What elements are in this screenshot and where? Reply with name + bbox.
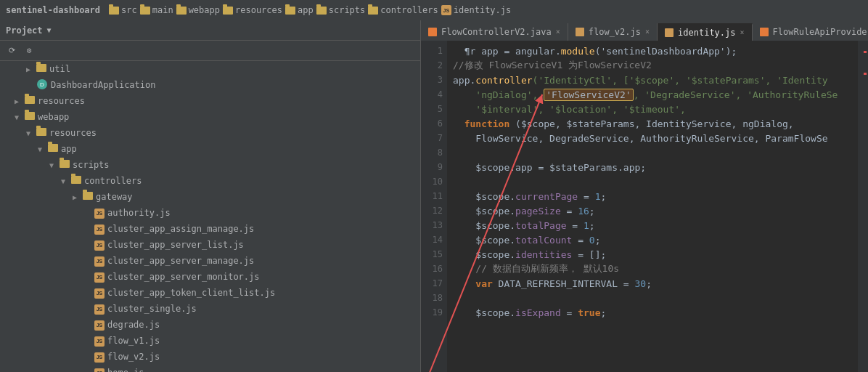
path-src-label: src (121, 5, 137, 15)
tree-label-gateway: gateway (96, 192, 420, 202)
toolbar-sync-button[interactable]: ⟳ (4, 44, 19, 58)
line-number-16: 16 (421, 262, 447, 276)
path-identity-js[interactable]: JS identity.js (441, 5, 511, 15)
tree-label-flow-v1: flow_v1.js (107, 336, 420, 346)
tree-item-cluster-server-manage[interactable]: JS cluster_app_server_manage.js (0, 253, 420, 269)
code-line-2: //修改 FlowServiceV1 为FlowServiceV2 (447, 58, 858, 73)
path-webapp[interactable]: webapp (176, 5, 220, 15)
tree-label-resources: resources (38, 96, 420, 106)
tree-label-webapp: webapp (38, 112, 420, 122)
tree-label-flow-v2: flow_v2.js (107, 352, 420, 362)
tree-item-util[interactable]: ▶ util (0, 61, 420, 77)
code-editor: 12345678910111213141516171819 ¶r app = a… (421, 41, 868, 372)
folder-icon-controllers (71, 176, 81, 184)
tree-label-home: home.js (107, 368, 420, 372)
tree-item-resources2[interactable]: ▼ resources (0, 125, 420, 141)
editor-scrollbar[interactable] (858, 41, 868, 372)
tree-label-cluster-assign: cluster_app_assign_manage.js (107, 224, 420, 234)
tree-item-app[interactable]: ▼ app (0, 141, 420, 157)
code-line-16: // 数据自动刷新频率， 默认10s (447, 262, 858, 276)
tab-flowruleapiprovider[interactable]: FlowRuleApiProvider.java × (753, 23, 868, 41)
path-scripts[interactable]: scripts (316, 5, 366, 15)
line-number-1: 1 (421, 44, 447, 58)
code-line-11: $scope.currentPage = 1; (447, 189, 858, 203)
js-icon-cluster-monitor: JS (94, 272, 105, 283)
tab-flow-v2[interactable]: flow_v2.js × (568, 23, 658, 41)
js-icon-authority: JS (94, 209, 105, 219)
code-line-18 (447, 291, 858, 305)
path-identity-js-label: identity.js (454, 5, 511, 15)
toolbar-settings-button[interactable]: ⚙ (22, 44, 36, 58)
path-src[interactable]: src (109, 5, 137, 15)
line-number-6: 6 (421, 116, 447, 131)
tree-item-scripts[interactable]: ▼ scripts (0, 157, 420, 173)
highlighted-text: 'FlowServiceV2' (544, 89, 633, 101)
folder-icon-webapp (25, 112, 35, 120)
line-number-12: 12 (421, 203, 447, 218)
tree-label-scripts: scripts (73, 160, 420, 170)
tree-item-cluster-token[interactable]: JS cluster_app_token_client_list.js (0, 285, 420, 301)
path-scripts-label: scripts (329, 5, 366, 15)
tree-label-cluster-server-monitor: cluster_app_server_monitor.js (107, 272, 420, 282)
tree-item-cluster-server-monitor[interactable]: JS cluster_app_server_monitor.js (0, 269, 420, 285)
tree-item-cluster-server-list[interactable]: JS cluster_app_server_list.js (0, 237, 420, 253)
code-line-19: $scope.isExpand = true; (447, 305, 858, 320)
path-app[interactable]: app (285, 5, 314, 15)
path-resources[interactable]: resources (223, 5, 282, 15)
folder-icon (176, 7, 187, 15)
folder-icon-app (48, 144, 58, 152)
code-line-9: $scope.app = $stateParams.app; (447, 160, 858, 174)
tab-flowcontrollerv2[interactable]: FlowControllerV2.java × (421, 23, 568, 41)
path-main[interactable]: main (140, 5, 173, 15)
tree-item-dashboard[interactable]: D DashboardApplication (0, 77, 420, 93)
java-icon (428, 28, 437, 36)
tree-item-flow-v2[interactable]: JS flow_v2.js (0, 349, 420, 365)
project-name: sentinel-dashboard (6, 5, 100, 15)
sidebar-arrow-icon: ▼ (47, 26, 52, 34)
line-number-3: 3 (421, 73, 447, 87)
js-icon-cluster-list: JS (94, 240, 105, 251)
code-line-6: function ($scope, $stateParams, Identity… (447, 116, 858, 131)
path-resources-label: resources (235, 5, 282, 15)
line-number-11: 11 (421, 189, 447, 203)
folder-icon (368, 7, 378, 15)
code-line-7: FlowService, DegradeService, AuthorityRu… (447, 131, 858, 145)
tree-label-dashboard: DashboardApplication (51, 80, 420, 90)
tab-close-flow-v2[interactable]: × (645, 28, 650, 36)
js-tab-icon (576, 28, 584, 36)
folder-icon-resources2 (36, 128, 46, 136)
code-line-1: ¶r app = angular.module('sentinelDashboa… (447, 44, 858, 58)
tree-item-authority[interactable]: JS authority.js (0, 205, 420, 221)
scroll-marker-2 (864, 73, 867, 75)
line-number-5: 5 (421, 102, 447, 116)
tree-item-cluster-assign[interactable]: JS cluster_app_assign_manage.js (0, 221, 420, 237)
code-line-4: 'ngDialog', 'FlowServiceV2', 'DegradeSer… (447, 87, 858, 102)
tab-close-identity[interactable]: × (740, 29, 745, 36)
sidebar-title: Project (6, 25, 43, 36)
file-tree: ▶ util D DashboardApplication (0, 61, 420, 372)
tree-item-webapp[interactable]: ▼ webapp (0, 109, 420, 125)
tab-close-flowcontrollerv2[interactable]: × (556, 28, 560, 36)
line-number-17: 17 (421, 276, 447, 291)
js-icon-cluster-token: JS (94, 288, 105, 299)
tree-item-resources1[interactable]: ▶ resources (0, 93, 420, 109)
tree-item-controllers[interactable]: ▼ controllers (0, 173, 420, 189)
svg-text:D: D (40, 81, 44, 88)
js-icon-home: JS (94, 368, 105, 372)
java-tab-icon (760, 28, 769, 36)
line-number-7: 7 (421, 131, 447, 145)
tree-item-cluster-single[interactable]: JS cluster_single.js (0, 301, 420, 317)
tree-item-flow-v1[interactable]: JS flow_v1.js (0, 333, 420, 349)
tree-label-cluster-token: cluster_app_token_client_list.js (107, 288, 420, 298)
sidebar-toolbar: ⟳ ⚙ (0, 41, 420, 61)
code-content[interactable]: ¶r app = angular.module('sentinelDashboa… (447, 41, 858, 372)
main-content: Project ▼ ⟳ ⚙ ▶ util (0, 20, 868, 372)
tree-item-gateway[interactable]: ▶ gateway (0, 189, 420, 205)
tree-item-degrade[interactable]: JS degrade.js (0, 317, 420, 333)
line-number-2: 2 (421, 58, 447, 73)
tree-label-app: app (61, 144, 420, 154)
tree-item-home[interactable]: JS home.js (0, 365, 420, 372)
path-controllers[interactable]: controllers (368, 5, 438, 15)
tab-identity[interactable]: identity.js × (658, 23, 753, 41)
folder-icon (223, 7, 233, 15)
